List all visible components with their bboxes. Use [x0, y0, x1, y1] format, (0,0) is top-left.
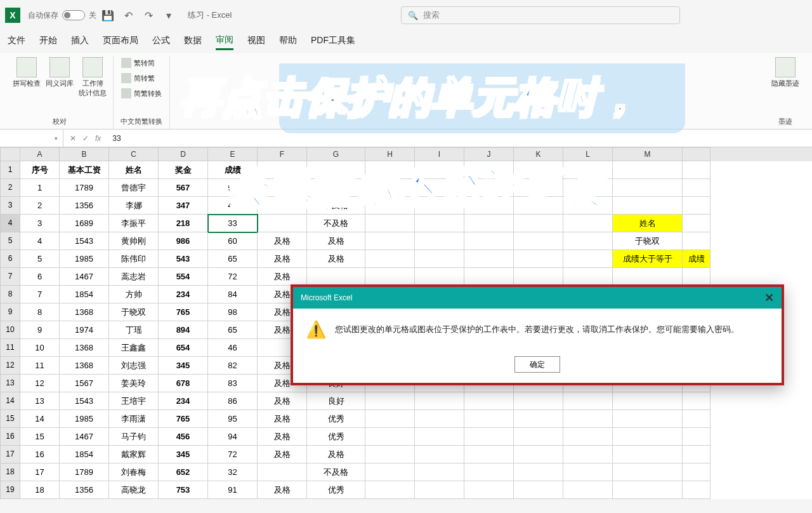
cell[interactable]: 王培宇: [109, 392, 159, 410]
row-header[interactable]: 15: [0, 410, 20, 428]
cell[interactable]: [415, 215, 464, 232]
row-header[interactable]: 11: [0, 339, 20, 357]
row-header[interactable]: 2: [0, 179, 20, 197]
cancel-icon[interactable]: ✕: [70, 134, 76, 143]
cell[interactable]: [563, 428, 613, 446]
cell[interactable]: 753: [159, 481, 208, 499]
cell[interactable]: 李振平: [109, 215, 159, 232]
search-input[interactable]: 🔍 搜索: [401, 6, 680, 24]
cell[interactable]: 234: [159, 392, 208, 410]
row-header[interactable]: 1: [0, 161, 20, 179]
cell[interactable]: [683, 428, 710, 446]
cell[interactable]: [514, 392, 563, 410]
cell[interactable]: 86: [208, 392, 258, 410]
cell[interactable]: [365, 268, 415, 286]
toggle-switch-icon[interactable]: [62, 10, 85, 20]
cell[interactable]: [514, 428, 563, 446]
row-header[interactable]: 4: [0, 215, 20, 232]
formula-input[interactable]: 33: [107, 134, 812, 143]
cell[interactable]: [464, 446, 514, 463]
cell[interactable]: 成绩大于等于: [613, 250, 683, 268]
cell[interactable]: 765: [159, 410, 208, 428]
cell[interactable]: 优秀: [307, 481, 365, 499]
col-header-F[interactable]: F: [258, 147, 307, 161]
col-header-D[interactable]: D: [159, 147, 208, 161]
cell[interactable]: [683, 161, 710, 179]
cell[interactable]: 218: [159, 215, 208, 232]
cell[interactable]: 1974: [60, 321, 109, 339]
menu-插入[interactable]: 插入: [71, 35, 89, 49]
menu-审阅[interactable]: 审阅: [216, 34, 233, 50]
cell[interactable]: 91: [208, 481, 258, 499]
autosave-toggle[interactable]: 自动保存 关: [28, 10, 96, 21]
cell[interactable]: [683, 481, 710, 499]
cell[interactable]: [563, 250, 613, 268]
cell[interactable]: [613, 197, 683, 215]
cell[interactable]: [683, 215, 710, 232]
cell[interactable]: 12: [20, 375, 60, 392]
cell[interactable]: 33: [208, 215, 258, 232]
cell[interactable]: 1356: [60, 481, 109, 499]
cell[interactable]: [613, 463, 683, 481]
cell[interactable]: 方帅: [109, 286, 159, 303]
cell[interactable]: [464, 250, 514, 268]
cell[interactable]: 蒿志岩: [109, 268, 159, 286]
cell[interactable]: [613, 446, 683, 463]
cell[interactable]: [514, 250, 563, 268]
menu-PDF工具集[interactable]: PDF工具集: [311, 35, 355, 49]
ribbon-btn[interactable]: 繁转简: [119, 56, 164, 70]
cell[interactable]: 1368: [60, 339, 109, 357]
cell[interactable]: 3: [20, 215, 60, 232]
cell[interactable]: 成绩: [683, 250, 710, 268]
cell[interactable]: [464, 232, 514, 250]
cell[interactable]: [613, 179, 683, 197]
cell[interactable]: [415, 410, 464, 428]
col-header-C[interactable]: C: [109, 147, 159, 161]
cell[interactable]: 姓名: [109, 161, 159, 179]
cell[interactable]: [415, 446, 464, 463]
cell[interactable]: [613, 161, 683, 179]
cell[interactable]: 345: [159, 446, 208, 463]
cell[interactable]: 347: [159, 197, 208, 215]
cell[interactable]: [464, 268, 514, 286]
menu-页面布局[interactable]: 页面布局: [103, 35, 138, 49]
cell[interactable]: 83: [208, 375, 258, 392]
cell[interactable]: [258, 215, 307, 232]
cell[interactable]: [613, 428, 683, 446]
cell[interactable]: 黄帅刚: [109, 232, 159, 250]
cell[interactable]: 奖金: [159, 161, 208, 179]
cell[interactable]: 1854: [60, 286, 109, 303]
cell[interactable]: 14: [20, 410, 60, 428]
row-header[interactable]: 19: [0, 481, 20, 499]
cell[interactable]: 654: [159, 339, 208, 357]
cell[interactable]: 1985: [60, 410, 109, 428]
cell[interactable]: [365, 410, 415, 428]
cell[interactable]: 基本工资: [60, 161, 109, 179]
cell[interactable]: [365, 215, 415, 232]
cell[interactable]: [563, 446, 613, 463]
cell[interactable]: 82: [208, 357, 258, 375]
cell[interactable]: 4: [20, 232, 60, 250]
cell[interactable]: [514, 446, 563, 463]
cell[interactable]: 13: [20, 392, 60, 410]
cell[interactable]: [464, 481, 514, 499]
cell[interactable]: 及格: [258, 446, 307, 463]
cell[interactable]: 1854: [60, 446, 109, 463]
cell[interactable]: [464, 410, 514, 428]
cell[interactable]: 16: [20, 446, 60, 463]
cell[interactable]: 65: [208, 250, 258, 268]
cell[interactable]: [683, 463, 710, 481]
cell[interactable]: [464, 215, 514, 232]
cell[interactable]: 678: [159, 375, 208, 392]
cell[interactable]: [514, 232, 563, 250]
cell[interactable]: 1543: [60, 232, 109, 250]
hide-ink-button[interactable]: 隐藏墨迹: [770, 56, 801, 90]
cell[interactable]: 17: [20, 463, 60, 481]
cell[interactable]: 60: [208, 232, 258, 250]
cell[interactable]: 及格: [258, 481, 307, 499]
cell[interactable]: 不及格: [307, 215, 365, 232]
cell[interactable]: 18: [20, 481, 60, 499]
col-header-J[interactable]: J: [464, 147, 514, 161]
cell[interactable]: 及格: [307, 250, 365, 268]
cell[interactable]: 1689: [60, 215, 109, 232]
